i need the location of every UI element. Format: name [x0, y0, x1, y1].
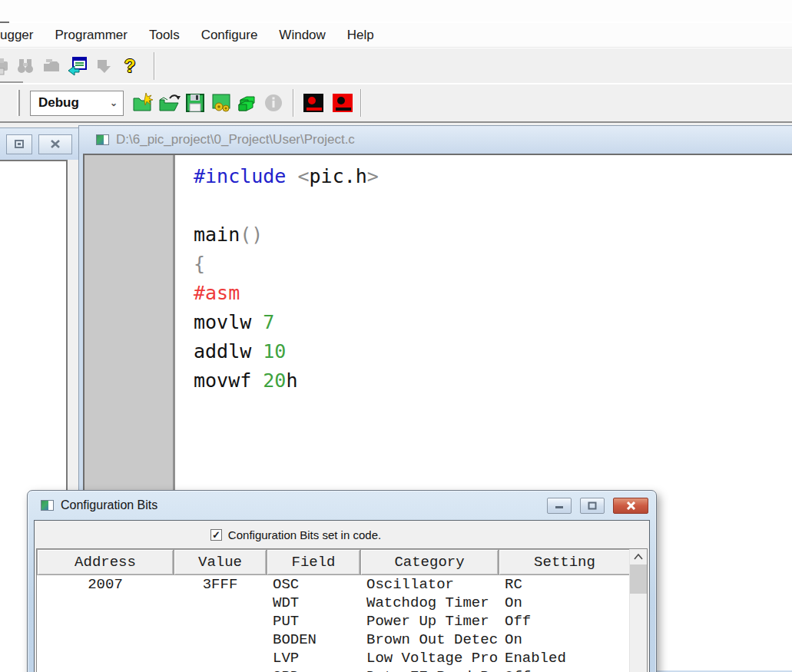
code-token: h [286, 369, 297, 392]
code-line[interactable]: main() [194, 220, 792, 250]
table-cell [37, 594, 174, 612]
menu-item-ugger[interactable]: ugger [0, 28, 44, 43]
code-token: #include [194, 165, 297, 187]
table-row[interactable]: PUTPower Up TimerOff [37, 612, 631, 631]
code-line[interactable]: movwf 20h [194, 366, 792, 396]
table-cell: PUT [267, 612, 360, 631]
code-line[interactable]: addlw 10 [194, 337, 792, 366]
table-cell: Low Voltage Program [360, 649, 499, 667]
menu-item-help[interactable]: Help [336, 28, 385, 43]
code-token: pic.h [310, 165, 367, 187]
menubar: uggerProgrammerToolsConfigureWindowHelp [0, 23, 792, 48]
table-row[interactable]: BODENBrown Out DetectOn [37, 631, 631, 649]
vertical-scrollbar[interactable] [629, 549, 647, 672]
table-cell: Watchdog Timer [360, 594, 499, 612]
table-cell: Power Up Timer [360, 612, 499, 631]
table-cell [174, 667, 267, 672]
table-cell: LVP [267, 649, 360, 667]
locator-window-icon[interactable] [66, 55, 89, 78]
toolbar-separator [360, 89, 362, 117]
clipped-print-icon[interactable] [0, 55, 11, 78]
save-workspace-icon[interactable] [184, 91, 207, 114]
code-token: main [194, 223, 240, 246]
make-icon[interactable] [236, 91, 259, 114]
table-row[interactable]: LVPLow Voltage ProgramEnabled [37, 649, 631, 667]
table-cell: Data EE Read Protect [360, 667, 499, 672]
table-cell [174, 631, 267, 649]
code-token: > [367, 165, 379, 187]
read-target-icon[interactable] [331, 91, 354, 114]
paste-arrow-icon[interactable] [92, 55, 115, 78]
column-header-address: Address [37, 549, 174, 575]
debug-toolbar: Debug ⌄ [0, 84, 792, 121]
table-cell: RC [499, 575, 631, 594]
close-icon[interactable] [38, 134, 72, 154]
code-token: 20 [263, 369, 286, 392]
table-cell: BODEN [267, 631, 360, 649]
dialog-title: Configuration Bits [61, 498, 538, 512]
menu-item-programmer[interactable]: Programmer [44, 28, 138, 43]
find-next-icon[interactable] [40, 55, 63, 78]
code-token: #asm [194, 282, 240, 304]
code-line[interactable]: { [194, 250, 792, 279]
table-cell [174, 612, 267, 631]
table-cell: WDT [267, 594, 360, 612]
table-cell [37, 649, 174, 667]
column-header-field: Field [267, 549, 360, 575]
table-cell: Off [499, 667, 631, 672]
code-token: { [194, 253, 205, 275]
code-line[interactable]: #asm [194, 279, 792, 308]
menu-item-window[interactable]: Window [268, 28, 336, 43]
menu-item-configure[interactable]: Configure [191, 28, 269, 43]
dialog-client-area: ✓ Configuration Bits set in code. Addres… [34, 520, 650, 672]
program-target-icon[interactable] [302, 91, 325, 114]
combobox-value: Debug [31, 95, 104, 111]
chevron-down-icon[interactable]: ⌄ [104, 98, 123, 108]
standard-toolbar: ? [0, 48, 792, 83]
table-row[interactable]: CPDData EE Read ProtectOff [37, 667, 631, 672]
mdi-client-area: D:\6_pic_project\0_Project\User\Project.… [0, 123, 792, 672]
menu-item-tools[interactable]: Tools [138, 28, 191, 43]
build-icon[interactable] [210, 91, 233, 114]
code-line[interactable] [194, 191, 792, 220]
config-bits-table: AddressValueFieldCategorySetting 20073FF… [36, 548, 648, 672]
maximize-button[interactable] [580, 498, 605, 514]
help-icon[interactable]: ? [118, 55, 141, 78]
find-icon[interactable] [14, 55, 37, 78]
code-line[interactable]: #include <pic.h> [194, 162, 792, 191]
table-row[interactable]: 20073FFFOSCOscillatorRC [37, 575, 631, 594]
main-titlebar-clipped [0, 0, 792, 22]
code-token: movlw [194, 311, 263, 333]
column-header-value: Value [174, 549, 267, 575]
code-token: 7 [263, 311, 274, 333]
info-icon[interactable] [262, 91, 285, 114]
mplab-ide-window: uggerProgrammerToolsConfigureWindowHelp … [0, 0, 792, 672]
table-body: 20073FFFOSCOscillatorRCWDTWatchdog Timer… [37, 575, 631, 672]
table-cell: On [499, 631, 631, 649]
open-project-icon[interactable] [157, 91, 181, 114]
minimize-button[interactable] [547, 498, 572, 514]
scroll-up-icon[interactable] [630, 549, 647, 564]
config-bits-checkbox-row: ✓ Configuration Bits set in code. [0, 521, 603, 548]
build-configuration-combobox[interactable]: Debug ⌄ [30, 91, 124, 116]
toolbar-separator [154, 52, 155, 80]
table-cell [174, 649, 267, 667]
table-row[interactable]: WDTWatchdog TimerOn [37, 594, 631, 612]
checkbox[interactable]: ✓ [210, 529, 222, 541]
code-token: < [297, 165, 309, 187]
table-cell: Enabled [499, 649, 631, 667]
code-token: addlw [194, 340, 263, 362]
code-token: 10 [263, 340, 286, 362]
table-cell: OSC [267, 575, 360, 594]
code-line[interactable]: movlw 7 [194, 308, 792, 337]
configuration-bits-dialog: Configuration Bits ✓ Configuration Bits … [27, 490, 657, 672]
dialog-titlebar: Configuration Bits [28, 491, 656, 520]
vertical-scroll-thumb[interactable] [630, 564, 647, 594]
toolbar-grip[interactable] [17, 90, 20, 116]
column-header-category: Category [360, 549, 499, 575]
restore-button[interactable] [6, 134, 32, 154]
new-project-icon[interactable] [131, 91, 154, 114]
checkbox-label: Configuration Bits set in code. [228, 528, 381, 541]
table-header-row: AddressValueFieldCategorySetting [37, 549, 647, 575]
close-icon[interactable] [613, 498, 648, 514]
